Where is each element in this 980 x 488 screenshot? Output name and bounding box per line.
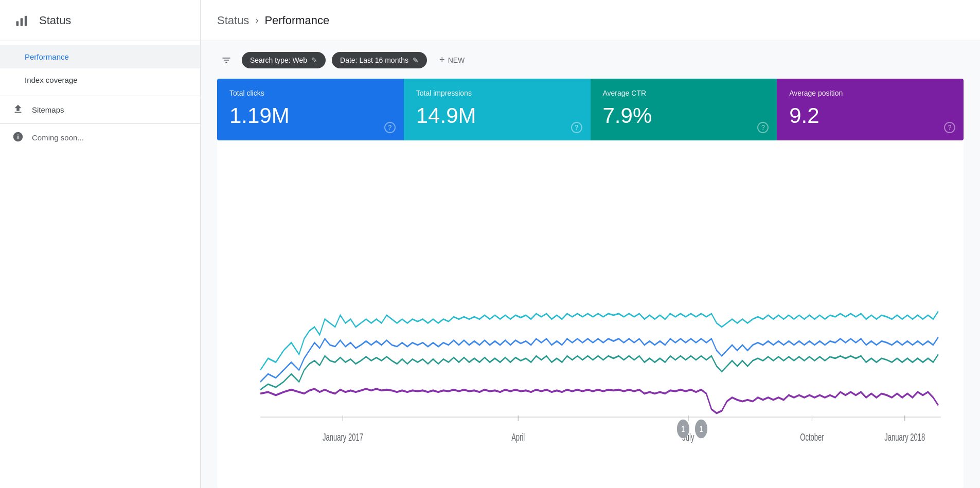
stat-card-position[interactable]: Average position 9.2 ? [777,79,964,140]
chart-area: January 2017 April July October January … [217,140,964,488]
svg-text:January 2018: January 2018 [884,431,925,443]
filter-icon-button[interactable] [217,51,236,69]
date-edit-icon: ✎ [413,56,419,64]
sidebar: Status Performance Index coverage Sitema… [0,0,201,488]
svg-text:April: April [511,431,525,443]
stat-impressions-label: Total impressions [416,89,578,97]
stat-clicks-value: 1.19M [229,103,391,128]
stat-card-ctr[interactable]: Average CTR 7.9% ? [591,79,777,140]
sidebar-nav: Performance Index coverage Sitemaps Comi… [0,41,200,151]
svg-text:1: 1 [682,424,685,434]
stat-position-value: 9.2 [789,103,951,128]
stat-card-clicks[interactable]: Total clicks 1.19M ? [217,79,404,140]
sidebar-item-sitemaps[interactable]: Sitemaps [0,96,200,123]
stat-impressions-value: 14.9M [416,103,578,128]
sidebar-title: Status [39,14,71,27]
new-button[interactable]: + NEW [433,50,471,69]
sidebar-header: Status [0,0,200,41]
stat-ctr-value: 7.9% [603,103,765,128]
breadcrumb: Status › Performance [217,14,329,27]
stat-position-help[interactable]: ? [944,122,955,133]
new-label: NEW [448,56,465,64]
chart-bar-icon [12,11,31,30]
stat-impressions-help[interactable]: ? [571,122,582,133]
breadcrumb-separator: › [255,15,258,26]
stat-clicks-label: Total clicks [229,89,391,97]
sidebar-item-performance[interactable]: Performance [0,45,200,68]
date-label: Date: Last 16 months [340,56,408,64]
stats-cards: Total clicks 1.19M ? Total impressions 1… [217,79,964,140]
sidebar-item-index-coverage[interactable]: Index coverage [0,68,200,92]
stat-card-impressions[interactable]: Total impressions 14.9M ? [404,79,591,140]
stat-position-label: Average position [789,89,951,97]
info-icon [12,131,24,144]
svg-text:January 2017: January 2017 [323,431,363,443]
new-plus-icon: + [439,55,445,65]
sidebar-item-label: Coming soon... [32,133,84,142]
main-header: Status › Performance [201,0,980,41]
sidebar-item-coming-soon: Coming soon... [0,123,200,151]
search-type-label: Search type: Web [250,56,307,64]
svg-rect-0 [16,21,19,26]
sidebar-item-label: Index coverage [25,76,78,84]
stat-ctr-label: Average CTR [603,89,765,97]
svg-rect-1 [21,18,23,26]
sidebar-item-label: Sitemaps [32,105,64,114]
main-content: Status › Performance Search type: Web ✎ … [201,0,980,488]
breadcrumb-status: Status [217,14,249,27]
breadcrumb-current: Performance [264,14,329,27]
sidebar-item-label: Performance [25,52,69,61]
stat-clicks-help[interactable]: ? [384,122,396,133]
date-chip[interactable]: Date: Last 16 months ✎ [332,52,427,68]
svg-rect-2 [25,15,27,26]
stat-ctr-help[interactable]: ? [757,122,769,133]
search-type-chip[interactable]: Search type: Web ✎ [242,52,326,68]
toolbar: Search type: Web ✎ Date: Last 16 months … [201,41,980,79]
upload-icon [12,103,24,116]
chart-container[interactable]: January 2017 April July October January … [229,151,951,480]
svg-text:October: October [800,431,824,443]
svg-text:1: 1 [700,424,703,434]
search-type-edit-icon: ✎ [311,56,317,64]
